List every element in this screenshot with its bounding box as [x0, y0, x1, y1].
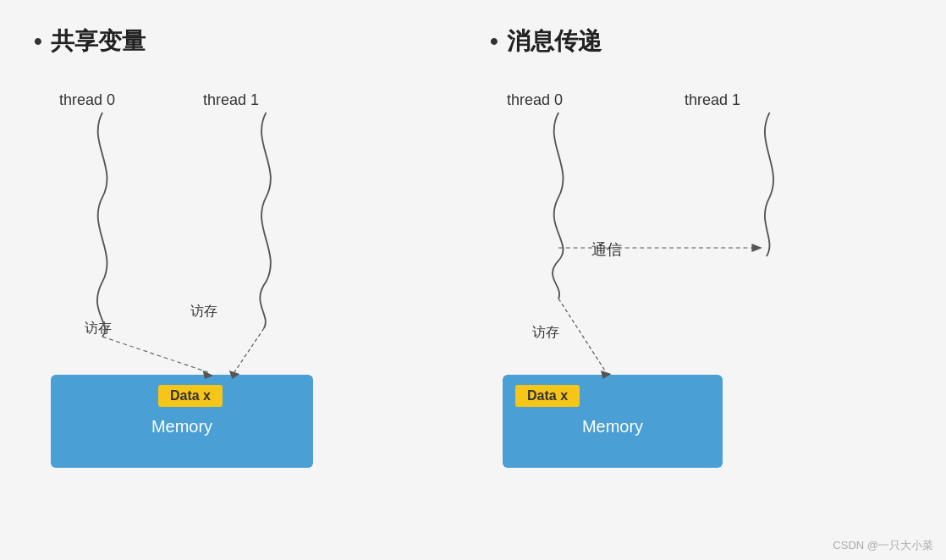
left-panel-title: • 共享变量: [34, 25, 456, 58]
left-visit0-label: 访存: [85, 320, 112, 338]
right-panel-title: • 消息传递: [490, 25, 912, 58]
svg-line-0: [102, 337, 208, 372]
right-memory-box: Data x Memory: [503, 375, 723, 468]
left-title-text: 共享变量: [51, 25, 146, 58]
left-memory-box: Data x Memory: [51, 375, 313, 468]
svg-line-6: [558, 299, 606, 372]
right-panel: • 消息传递 thread 0 thread 1 通信 访存 Data x Me…: [481, 17, 921, 552]
right-title-text: 消息传递: [507, 25, 602, 58]
watermark: CSDN @一只大小菜: [833, 538, 933, 553]
left-bullet: •: [34, 28, 42, 55]
right-visit-label: 访存: [532, 324, 559, 342]
right-memory-label: Memory: [582, 417, 643, 436]
left-visit1-label: 访存: [190, 303, 217, 321]
left-diagram: thread 0 thread 1 访存 访存 Data x Memory: [34, 74, 456, 514]
right-diagram: thread 0 thread 1 通信 访存 Data x Memory: [490, 74, 912, 514]
comms-label: 通信: [591, 239, 622, 260]
right-bullet: •: [490, 28, 498, 55]
right-data-x: Data x: [515, 385, 580, 407]
main-container: • 共享变量 thread 0 thread 1 访存 访存 Data x Me…: [0, 0, 946, 560]
left-thread1-label: thread 1: [203, 91, 259, 109]
left-memory-label: Memory: [151, 417, 212, 436]
divider: [465, 17, 481, 552]
left-panel: • 共享变量 thread 0 thread 1 访存 访存 Data x Me…: [25, 17, 465, 552]
svg-line-2: [234, 328, 264, 372]
right-thread1-label: thread 1: [685, 91, 740, 109]
right-thread0-label: thread 0: [507, 91, 563, 109]
svg-marker-5: [751, 244, 762, 252]
left-thread0-label: thread 0: [59, 91, 115, 109]
left-data-x: Data x: [158, 385, 223, 407]
